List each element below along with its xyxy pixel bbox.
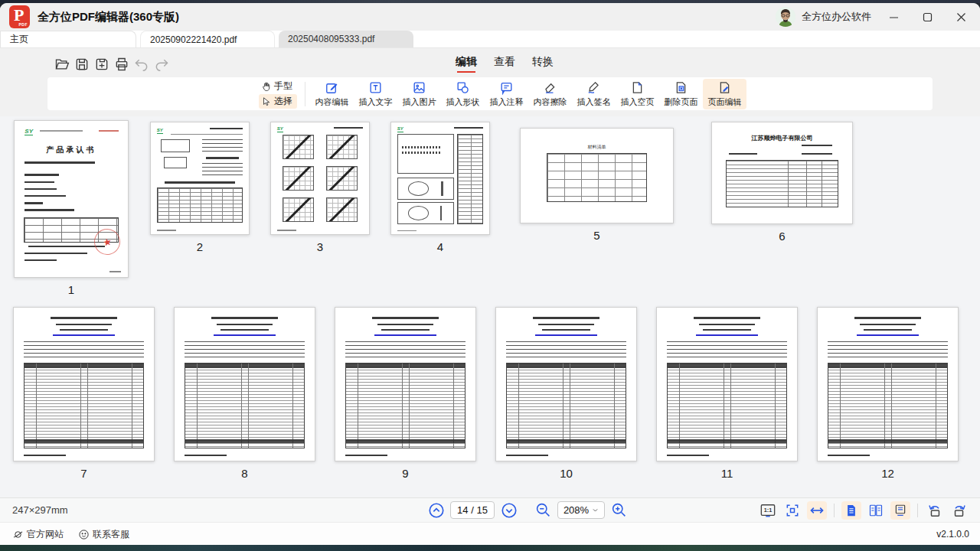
official-website-link[interactable]: 官方网站 [12,528,64,541]
avatar-icon [776,7,795,27]
zoom-in-icon [611,502,627,518]
save-button[interactable] [74,56,90,73]
fit-width-icon [809,503,825,518]
two-page-view-button[interactable] [866,501,886,520]
single-page-icon [844,504,858,517]
page-preview-10[interactable] [495,307,637,461]
page-preview-7[interactable] [13,307,155,461]
insert-text-icon [368,80,383,95]
page-thumbnail-3[interactable]: SY 3 [270,122,370,253]
desktop-edge-bottom [0,545,980,551]
viewbar-divider [834,504,835,517]
open-file-button[interactable] [54,56,70,73]
menu-tab-edit[interactable]: 编辑 [456,55,477,73]
page-preview-5[interactable]: 材料清单 [520,128,674,223]
tab-home[interactable]: 主页 [0,31,136,47]
page-thumbnail-8[interactable]: 8 [174,307,315,480]
tab-document-1[interactable]: 20250902221420.pdf [140,31,275,47]
rotate-left-button[interactable] [925,501,945,520]
page-edit-button[interactable]: 页面编辑 [703,79,746,109]
redo-button[interactable] [153,56,170,73]
page-preview-8[interactable] [174,307,315,461]
page-thumbnail-11[interactable]: 11 [656,307,798,480]
page-thumbnail-1[interactable]: SY 产品承认书 ★ 1 [14,120,129,296]
title-bar: PPDF 全方位PDF编辑器(360专版) 全方位办公软件 [0,3,980,31]
page-thumbnail-2[interactable]: SY 2 [150,122,250,253]
cursor-icon [261,96,272,107]
contact-support-link[interactable]: 联系客服 [78,528,129,541]
page-preview-11[interactable] [656,307,798,461]
single-page-view-button[interactable] [841,501,861,520]
page-preview-2[interactable]: SY [150,122,250,235]
page-preview-3[interactable]: SY [270,122,370,235]
hand-tool[interactable]: 手型 [259,79,297,93]
insert-image-button[interactable]: 插入图片 [397,79,441,109]
select-tool[interactable]: 选择 [259,94,297,109]
page-number-label: 6 [711,230,853,243]
account-name[interactable]: 全方位办公软件 [802,10,871,24]
menu-tab-convert[interactable]: 转换 [532,55,554,73]
maximize-button[interactable] [916,7,939,27]
page-number-label: 4 [390,240,490,253]
chevron-down-circle-icon [501,502,518,519]
zoom-level-select[interactable]: 208% [557,501,605,519]
page-thumbnail-10[interactable]: 10 [495,307,637,480]
zoom-in-button[interactable] [610,501,628,519]
page-preview-12[interactable] [817,307,959,461]
insert-blank-page-button[interactable]: 插入空页 [616,79,659,109]
save-as-icon [94,57,109,72]
fit-page-icon [785,503,800,518]
previous-page-button[interactable] [427,501,445,519]
erase-content-button[interactable]: 内容擦除 [528,79,572,109]
page-thumbnail-6[interactable]: 江苏顺烨电子有限公司 6 [711,122,853,243]
page-number-label: 9 [335,467,476,480]
zoom-out-button[interactable] [534,501,552,519]
blue-link-line [374,334,436,336]
page-thumbnail-5[interactable]: 材料清单 5 [520,128,674,242]
content-edit-button[interactable]: 内容编辑 [310,79,354,109]
zoom-out-icon [535,502,551,518]
page-thumbnail-7[interactable]: 7 [13,307,155,480]
print-button[interactable] [113,56,130,73]
fit-width-button[interactable] [807,501,827,520]
tool-divider [305,82,305,106]
page-indicator[interactable]: 14 / 15 [450,501,495,519]
continuous-scroll-button[interactable] [890,501,910,520]
insert-shape-button[interactable]: 插入形状 [441,79,485,109]
delete-page-button[interactable]: 删除页面 [659,79,703,109]
insert-text-button[interactable]: 插入文字 [354,79,397,109]
blue-link-line [53,334,115,336]
page-navigation: 14 / 15 208% [427,501,628,519]
tab-document-2[interactable]: 20250408095333.pdf [279,31,413,47]
page-thumbnail-9[interactable]: 9 [335,307,476,480]
company-logo: SY [157,127,163,134]
app-title: 全方位PDF编辑器(360专版) [38,10,179,24]
page-number-label: 2 [150,240,250,253]
save-as-button[interactable] [93,56,110,73]
page-preview-4[interactable]: SY [390,122,490,235]
next-page-button[interactable] [500,501,518,519]
minimize-button[interactable] [882,7,905,27]
toolbar-zone: 编辑 查看 转换 手型 选择 [0,48,980,116]
page-preview-6[interactable]: 江苏顺烨电子有限公司 [711,122,853,224]
page-preview-1[interactable]: SY 产品承认书 ★ [14,120,129,278]
page-preview-9[interactable] [335,307,476,461]
rotate-right-icon [951,503,968,518]
fit-page-button[interactable] [782,501,802,520]
page1-title: 产品承认书 [15,145,128,155]
page-thumbnail-4[interactable]: SY 4 [390,122,490,253]
page-thumbnail-12[interactable]: 12 [817,307,959,480]
insert-comment-button[interactable]: 插入注释 [485,79,528,109]
user-avatar[interactable] [776,7,795,27]
page-size-label: 247×297mm [12,504,68,516]
rotate-right-button[interactable] [949,501,969,520]
company-logo: SY [24,129,33,135]
smiley-icon [78,529,90,540]
undo-button[interactable] [133,56,150,73]
page-number-label: 7 [13,467,155,480]
menu-tab-view[interactable]: 查看 [494,55,515,73]
insert-signature-button[interactable]: 插入签名 [572,79,616,109]
close-button[interactable] [949,7,972,27]
actual-size-button[interactable]: 1:1 [758,501,778,520]
page-edit-icon [717,80,732,95]
